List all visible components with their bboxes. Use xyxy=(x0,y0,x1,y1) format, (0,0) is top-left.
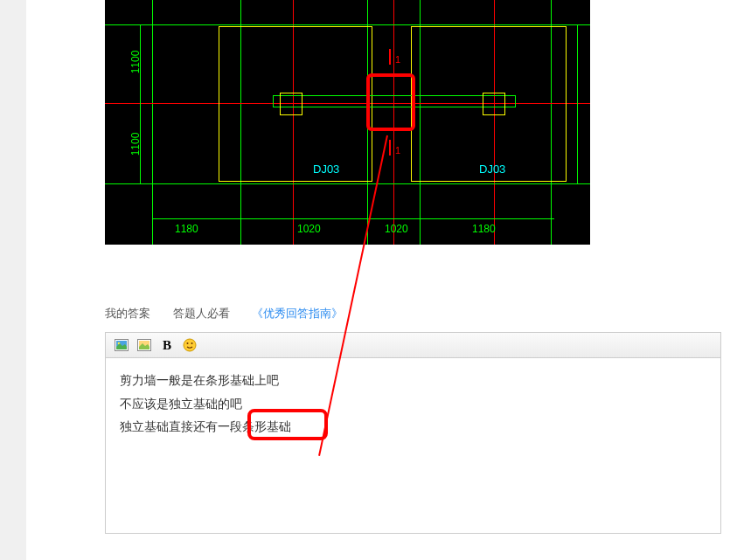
editor-line-1: 剪力墙一般是在条形基础上吧 xyxy=(120,369,706,392)
dim-b-1: 1180 xyxy=(175,223,198,235)
answer-tabs: 我的答案 答题人必看 《优秀回答指南》 xyxy=(105,306,721,321)
answer-section: 我的答案 答题人必看 《优秀回答指南》 B 剪力墙一般是在条形基础上吧 不应该是… xyxy=(26,245,737,534)
footing-label-right: DJ03 xyxy=(479,162,505,176)
dim-b-2: 1020 xyxy=(297,223,321,235)
svg-point-7 xyxy=(184,339,196,351)
dim-b-4: 1180 xyxy=(472,223,496,235)
insert-image-button[interactable] xyxy=(113,336,130,354)
page-container: 1100 1100 1180 1020 1020 1180 DJ03 DJ03 … xyxy=(26,0,737,560)
svg-point-8 xyxy=(187,342,189,344)
dim-b-3: 1020 xyxy=(385,223,408,235)
bold-button[interactable]: B xyxy=(158,336,176,354)
column-right xyxy=(483,93,505,115)
editor-toolbar: B xyxy=(106,333,720,358)
highlight-center xyxy=(366,73,415,131)
section-mark-top: 1 xyxy=(395,54,400,65)
cad-drawing: 1100 1100 1180 1020 1020 1180 DJ03 DJ03 … xyxy=(105,0,590,245)
image-icon xyxy=(115,339,129,351)
section-mark-bottom: 1 xyxy=(395,145,400,156)
image2-icon xyxy=(137,339,151,351)
emoji-button[interactable] xyxy=(181,336,198,354)
insert-image2-button[interactable] xyxy=(136,336,153,354)
editor: B 剪力墙一般是在条形基础上吧 不应该是独立基础的吧 独立基础直接还有一段条形基… xyxy=(105,332,721,534)
tab-guide-link[interactable]: 《优秀回答指南》 xyxy=(252,306,343,321)
tab-must-read: 答题人必看 xyxy=(173,306,230,321)
svg-point-9 xyxy=(191,342,193,344)
tab-my-answer[interactable]: 我的答案 xyxy=(105,306,150,321)
cad-wrapper: 1100 1100 1180 1020 1020 1180 DJ03 DJ03 … xyxy=(26,0,737,245)
dim-left-2: 1100 xyxy=(129,133,142,156)
column-left xyxy=(280,93,302,115)
editor-line-3: 独立基础直接还有一段条形基础 xyxy=(120,415,706,439)
editor-line-2: 不应该是独立基础的吧 xyxy=(120,392,706,416)
dim-left-1: 1100 xyxy=(129,51,142,74)
editor-content[interactable]: 剪力墙一般是在条形基础上吧 不应该是独立基础的吧 独立基础直接还有一段条形基础 xyxy=(106,358,720,533)
emoji-icon xyxy=(183,338,197,352)
footing-label-left: DJ03 xyxy=(313,162,339,176)
